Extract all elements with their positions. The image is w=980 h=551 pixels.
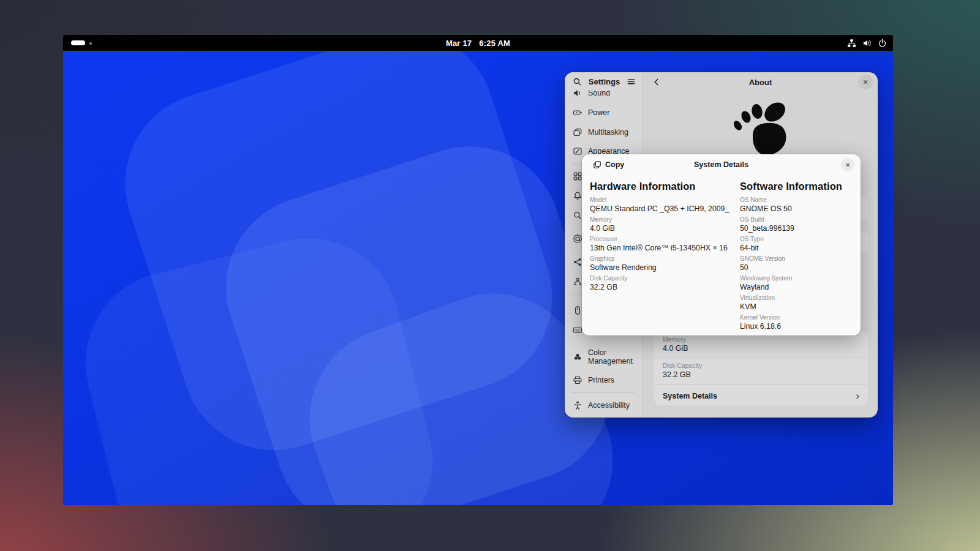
gnome-foot-logo: [730, 99, 791, 160]
field-graphics: Graphics Software Rendering: [590, 255, 738, 272]
sidebar-item-color-management[interactable]: Color Management: [567, 343, 640, 370]
row-value: 4.0 GiB: [663, 343, 859, 353]
field-label: Processor: [590, 236, 738, 243]
field-value: 50_beta.996139: [740, 223, 856, 233]
field-value: 64-bit: [740, 243, 856, 253]
gnome-top-bar: Mar 17 6:25 AM: [63, 35, 893, 51]
clock[interactable]: Mar 17 6:25 AM: [63, 35, 893, 51]
sidebar-item-label: Multitasking: [588, 128, 628, 137]
sidebar-item-printers[interactable]: Printers: [567, 371, 640, 389]
field-label: Disk Capacity: [590, 275, 738, 282]
hardware-info-section: Hardware Information Model QEMU Standard…: [590, 180, 738, 294]
field-label: GNOME Version: [740, 255, 856, 263]
field-label: OS Name: [740, 197, 856, 204]
clock-time: 6:25 AM: [479, 39, 510, 48]
about-row-disk: Disk Capacity 32.2 GB: [654, 358, 868, 384]
software-info-section: Software Information OS Name GNOME OS 50…: [740, 180, 856, 334]
sidebar-header: Settings: [565, 72, 643, 91]
field-windowing-system: Windowing System Wayland: [740, 275, 856, 292]
field-value: 13th Gen Intel® Core™ i5-13450HX × 16: [590, 243, 738, 253]
about-info-card: Memory 4.0 GiB Disk Capacity 32.2 GB Sys…: [654, 332, 868, 405]
field-label: Kernel Version: [740, 314, 856, 321]
field-value: QEMU Standard PC _Q35 + ICH9, 2009_: [590, 204, 738, 214]
field-value: Software Rendering: [590, 263, 738, 272]
clock-date: Mar 17: [446, 39, 472, 48]
sidebar-item-label: Color Management: [588, 348, 640, 365]
row-label: Disk Capacity: [663, 362, 859, 370]
sidebar-item-multitasking[interactable]: Multitasking: [567, 123, 640, 141]
field-value: 50: [740, 263, 856, 272]
field-value: GNOME OS 50: [740, 204, 856, 214]
field-label: Windowing System: [740, 275, 856, 282]
about-header: About ×: [643, 72, 878, 92]
power-icon: [878, 39, 887, 48]
field-label: OS Type: [740, 236, 856, 243]
field-kernel-version: Kernel Version Linux 6.18.6: [740, 314, 856, 331]
wellbeing-icon: [573, 277, 582, 287]
search-icon[interactable]: [572, 77, 582, 86]
page-title: About: [643, 72, 878, 92]
volume-icon: [862, 39, 872, 48]
sidebar-item-power[interactable]: Power: [567, 103, 640, 122]
close-window-button[interactable]: ×: [858, 75, 873, 89]
field-gnome-version: GNOME Version 50: [740, 255, 856, 272]
sharing-icon: [573, 257, 582, 267]
sidebar-item-label: Printers: [588, 376, 614, 384]
notifications-bell-icon: [573, 191, 582, 201]
color-management-icon: [573, 352, 582, 362]
mouse-icon: [573, 305, 582, 315]
power-battery-icon: [573, 108, 582, 118]
system-details-label: System Details: [663, 392, 717, 400]
system-details-row[interactable]: System Details ›: [654, 384, 868, 405]
field-model: Model QEMU Standard PC _Q35 + ICH9, 2009…: [590, 197, 738, 214]
network-icon: [847, 39, 856, 48]
dialog-title: System Details: [582, 154, 861, 175]
field-processor: Processor 13th Gen Intel® Core™ i5-13450…: [590, 236, 738, 253]
field-value: Linux 6.18.6: [740, 321, 856, 331]
sidebar-item-accessibility[interactable]: Accessibility: [567, 396, 640, 414]
field-label: OS Build: [740, 216, 856, 223]
field-label: Model: [590, 197, 738, 204]
accessibility-icon: [573, 400, 582, 410]
sidebar-divider: [572, 392, 635, 393]
field-disk-capacity: Disk Capacity 32.2 GB: [590, 275, 738, 292]
host-desktop: Mar 17 6:25 AM: [0, 0, 980, 551]
close-dialog-button[interactable]: ×: [841, 158, 854, 171]
field-os-name: OS Name GNOME OS 50: [740, 197, 856, 214]
multitasking-icon: [573, 127, 582, 137]
software-info-title: Software Information: [740, 180, 856, 192]
system-status-area[interactable]: [847, 35, 887, 51]
search-icon: [573, 211, 582, 220]
printers-icon: [573, 375, 582, 385]
row-label: Memory: [663, 335, 859, 343]
apps-icon: [573, 171, 582, 181]
field-os-type: OS Type 64-bit: [740, 236, 856, 253]
field-virtualization: Virtualization KVM: [740, 294, 856, 312]
online-accounts-icon: [573, 234, 582, 244]
window-title: Settings: [589, 77, 620, 86]
hardware-info-title: Hardware Information: [590, 180, 738, 192]
chevron-right-icon: ›: [856, 390, 859, 402]
field-os-build: OS Build 50_beta.996139: [740, 216, 856, 233]
system-details-dialog: Copy System Details × Hardware Informati…: [582, 154, 861, 335]
main-menu-icon[interactable]: [627, 77, 636, 86]
sidebar-item-label: Accessibility: [588, 401, 630, 410]
field-value: 4.0 GiB: [590, 223, 738, 233]
field-value: Wayland: [740, 282, 856, 292]
keyboard-icon: [573, 325, 582, 335]
sidebar-item-label: Power: [588, 108, 609, 117]
field-label: Memory: [590, 216, 738, 223]
field-label: Graphics: [590, 255, 738, 263]
field-memory: Memory 4.0 GiB: [590, 216, 738, 233]
appearance-icon: [573, 146, 582, 156]
field-value: 32.2 GB: [590, 282, 738, 292]
dialog-header: Copy System Details ×: [582, 154, 861, 175]
row-value: 32.2 GB: [663, 370, 859, 380]
about-row-memory: Memory 4.0 GiB: [654, 332, 868, 358]
field-label: Virtualization: [740, 294, 856, 302]
field-value: KVM: [740, 302, 856, 312]
